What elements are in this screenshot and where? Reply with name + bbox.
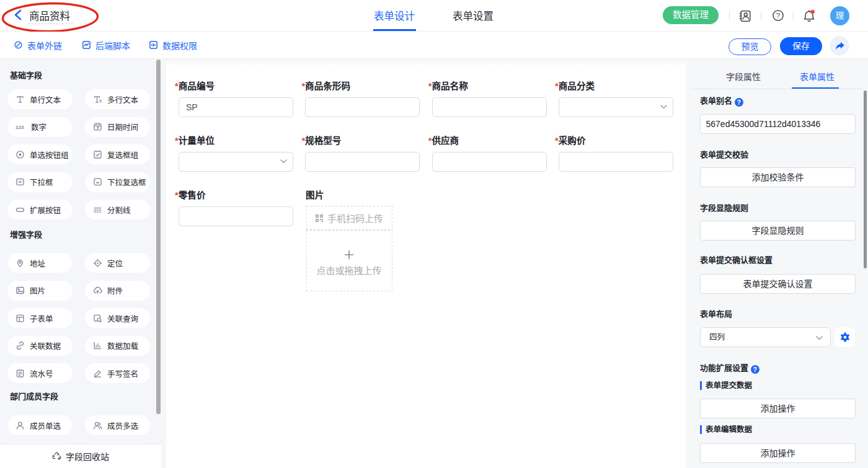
svg-text:?: ? [776, 12, 780, 19]
svg-text:123: 123 [16, 125, 24, 130]
